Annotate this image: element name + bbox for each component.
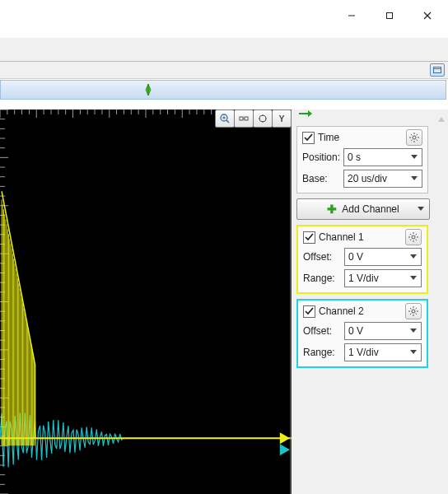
channel2-offset-label: Offset: [303,325,341,337]
svg-point-153 [412,235,415,239]
channel2-range-select[interactable]: 1 V/div [344,343,422,361]
svg-line-158 [410,234,411,235]
svg-line-159 [416,240,417,240]
svg-point-162 [412,310,415,313]
svg-rect-20 [0,110,292,494]
channel2-panel: Channel 2 Offset: 0 V Range: 1 V/div [296,299,428,368]
trigger-marker-icon[interactable] [143,83,153,99]
zoom-previous-button[interactable] [234,110,254,128]
time-settings-button[interactable] [406,129,422,146]
time-base-value: 20 us/div [348,173,387,184]
scroll-up-icon[interactable] [436,114,446,127]
svg-line-168 [416,314,417,315]
svg-rect-1 [387,13,393,19]
channel1-range-select[interactable]: 1 V/div [344,269,422,287]
time-position-value: 0 s [348,151,361,163]
channel2-range-label: Range: [303,347,341,358]
dropdown-caret-icon[interactable] [418,207,424,211]
maximize-button[interactable] [371,3,408,28]
plus-icon: ✚ [327,203,337,215]
zoom-in-button[interactable] [215,110,235,128]
dock-row [0,62,448,79]
svg-line-160 [416,234,417,235]
svg-line-161 [410,240,411,240]
add-channel-button[interactable]: ✚ Add Channel [296,198,430,220]
time-base-select[interactable]: 20 us/div [343,170,422,188]
scope-toolbar: Y [216,110,292,128]
add-channel-label: Add Channel [342,203,399,215]
channel1-range-value: 1 V/div [348,273,379,284]
channel2-enable-checkbox[interactable] [303,305,315,318]
svg-marker-143 [438,117,445,122]
zoom-fit-button[interactable] [253,110,273,128]
titlebar [0,0,448,30]
svg-rect-4 [434,68,441,73]
time-position-strip[interactable] [0,80,446,100]
svg-line-167 [410,308,411,309]
scope-area: Y [0,110,292,494]
svg-line-150 [417,140,418,141]
channel1-offset-label: Offset: [303,251,341,263]
channel2-settings-button[interactable] [405,303,422,319]
time-position-label: Position: [302,151,340,163]
time-enable-checkbox[interactable] [302,132,315,144]
oscilloscope-plot[interactable] [0,110,292,494]
svg-marker-142 [308,110,312,117]
channel1-offset-value: 0 V [348,251,363,263]
channel1-enable-checkbox[interactable] [303,231,315,244]
channel2-offset-value: 0 V [348,325,363,337]
y-axis-button[interactable]: Y [272,110,292,128]
svg-rect-12 [240,117,243,120]
time-panel: Time Position: 0 s Base: 20 us/div [296,126,428,193]
channel2-offset-select[interactable]: 0 V [344,322,422,340]
time-base-label: Base: [302,173,340,184]
svg-point-15 [259,115,266,122]
channel1-panel: Channel 1 Offset: 0 V Range: 1 V/div [296,225,428,294]
channel1-settings-button[interactable] [405,229,422,245]
close-button[interactable] [408,3,446,28]
svg-point-144 [413,136,416,139]
time-panel-title: Time [318,132,339,143]
channel2-title: Channel 2 [319,305,364,317]
y-axis-label: Y [279,114,285,124]
svg-line-170 [410,314,411,315]
time-position-select[interactable]: 0 s [343,148,422,166]
svg-line-149 [411,134,412,135]
svg-rect-13 [245,117,248,120]
dock-toggle-button[interactable] [430,63,445,77]
svg-line-9 [226,120,229,123]
svg-line-151 [417,134,418,135]
svg-line-152 [411,140,412,141]
menubar [0,38,448,62]
channel1-title: Channel 1 [319,231,364,243]
minimize-button[interactable] [333,3,371,28]
channel1-offset-select[interactable]: 0 V [344,248,422,266]
svg-line-169 [416,308,417,309]
channel1-range-label: Range: [303,273,341,284]
run-indicator-icon [298,109,313,121]
channel2-range-value: 1 V/div [348,347,379,358]
